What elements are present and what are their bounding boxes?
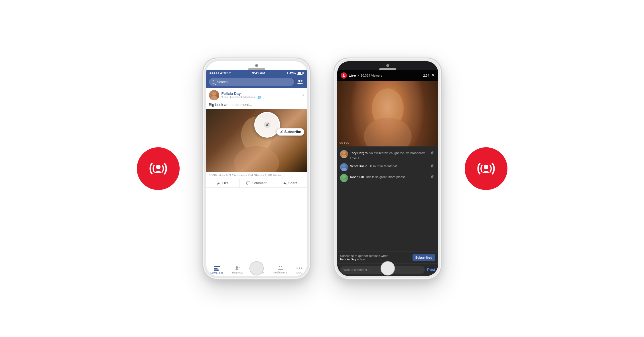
nav-more-label: More <box>296 271 302 274</box>
nav-news-feed[interactable]: News Feed <box>208 265 226 275</box>
nav-notifications[interactable]: Notifications <box>271 265 290 275</box>
close-button[interactable]: × <box>432 72 435 78</box>
svg-rect-29 <box>431 165 432 167</box>
video-watermark: US BOC <box>340 141 350 144</box>
post-button[interactable]: Post <box>427 267 435 272</box>
svg-point-7 <box>267 123 268 125</box>
status-bar-left: AT&T ▾ <box>210 72 231 75</box>
nav-notifications-label: Notifications <box>273 271 287 274</box>
comment-name-2: Scott Bulua <box>350 164 367 168</box>
svg-point-30 <box>343 175 346 178</box>
like-label: Like <box>222 181 229 185</box>
svg-point-0 <box>156 165 161 169</box>
post-video[interactable]: Subscribe <box>206 109 307 172</box>
comment-row-3: Kevin Lin This is so great, more please! <box>337 173 438 183</box>
home-button-2[interactable] <box>381 261 395 275</box>
speaker-grille-2 <box>379 68 396 70</box>
subscribe-author-name: Felicia Day <box>340 258 356 261</box>
live-badge: Live • 10,324 Viewers <box>341 72 382 79</box>
svg-point-20 <box>343 74 344 75</box>
battery-icon <box>297 72 304 75</box>
subscribed-button[interactable]: Subscribed <box>413 254 435 261</box>
svg-point-33 <box>484 165 488 169</box>
share-button[interactable]: Share <box>273 179 307 187</box>
live-viewers: 10,324 Viewers <box>361 74 382 77</box>
post-avatar <box>209 90 219 100</box>
search-icon <box>212 80 215 84</box>
camera-dot-2 <box>386 64 389 67</box>
comments-area: Tory Hargro So excited we caught the liv… <box>337 146 438 252</box>
svg-point-17 <box>296 267 298 269</box>
like-icon-2[interactable] <box>431 163 435 168</box>
svg-rect-13 <box>214 268 218 269</box>
friends-icon[interactable] <box>296 78 304 86</box>
live-dot <box>341 72 347 79</box>
phone-1-top-bar <box>206 61 307 70</box>
live-video: US BOC <box>337 81 438 146</box>
subscribe-area: Subscribe <box>254 112 304 138</box>
svg-text:+: + <box>239 266 240 269</box>
live-icon-left <box>137 147 180 190</box>
post-text: Big book announcement... <box>206 103 307 109</box>
svg-point-9 <box>281 131 282 132</box>
camera-dot <box>255 64 258 67</box>
signal-dots <box>210 72 219 74</box>
dot5 <box>218 72 219 74</box>
subscribe-before: Subscribe to get notifications when <box>340 254 389 258</box>
search-bar[interactable]: Search <box>209 78 294 86</box>
comment-name-3: Kevin Lin <box>350 175 364 179</box>
svg-rect-12 <box>214 266 220 267</box>
svg-point-2 <box>301 80 302 82</box>
svg-point-15 <box>236 266 238 269</box>
comment-avatar-kevin <box>340 174 348 182</box>
like-button[interactable]: Like <box>206 179 240 187</box>
dot4 <box>216 72 217 74</box>
svg-point-4 <box>211 96 218 100</box>
speaker-grille <box>248 68 265 70</box>
comment-name-1: Tory Hargro <box>350 151 368 155</box>
nav-requests[interactable]: + Requests <box>230 265 245 275</box>
comment-body-2: Hello from Montana! <box>369 164 397 168</box>
nav-more[interactable]: More <box>294 265 305 275</box>
svg-point-18 <box>299 267 300 269</box>
svg-point-23 <box>364 117 412 146</box>
comment-button[interactable]: Comment <box>240 179 273 187</box>
comment-content-1: Tory Hargro So excited we caught the liv… <box>350 150 429 160</box>
live-header: Live • 10,324 Viewers 2:34 × <box>337 70 438 81</box>
status-bar-1: AT&T ▾ 9:41 AM + 42% <box>206 70 307 76</box>
like-icon-3[interactable] <box>431 174 435 179</box>
dot2 <box>212 72 213 74</box>
post-info: Felicia Day 3 hrs · Facebook Mentions · … <box>222 91 300 99</box>
svg-point-31 <box>341 179 347 182</box>
comment-avatar-scott <box>340 163 348 171</box>
dot3 <box>214 72 215 74</box>
home-button-1[interactable] <box>249 261 264 275</box>
comment-content-3: Kevin Lin This is so great, more please! <box>350 174 429 179</box>
svg-rect-26 <box>431 152 432 154</box>
comment-placeholder: Write a comment... <box>344 268 370 271</box>
post: Felicia Day 3 hrs · Facebook Mentions · … <box>206 88 307 188</box>
main-scene: AT&T ▾ 9:41 AM + 42% <box>0 0 644 337</box>
live-timer: 2:34 <box>423 74 429 77</box>
nav-news-feed-label: News Feed <box>210 271 224 274</box>
dot1 <box>210 72 211 74</box>
post-actions: Like Comment <box>206 179 307 188</box>
subscribe-notif-text: Subscribe to get notifications when Feli… <box>340 254 413 261</box>
comment-content-2: Scott Bulua Hello from Montana! <box>350 163 429 168</box>
comment-body-3: This is so great, more please! <box>365 175 406 179</box>
live-controls: 2:34 × <box>423 72 435 78</box>
wifi-symbol: ▾ <box>229 72 231 75</box>
phone-2: Live • 10,324 Viewers 2:34 × <box>334 58 442 280</box>
svg-rect-32 <box>431 176 432 178</box>
status-time: 9:41 AM <box>252 71 265 75</box>
svg-point-10 <box>282 130 283 131</box>
like-icon-1[interactable] <box>431 150 435 155</box>
svg-point-21 <box>344 74 346 75</box>
svg-point-1 <box>298 80 300 82</box>
live-label: Live <box>349 73 356 77</box>
svg-point-8 <box>268 123 269 124</box>
live-icon-right <box>465 147 507 190</box>
share-label: Share <box>288 181 297 185</box>
post-header: Felicia Day 3 hrs · Facebook Mentions · … <box>206 88 307 103</box>
subscribe-button[interactable]: Subscribe <box>277 128 304 136</box>
